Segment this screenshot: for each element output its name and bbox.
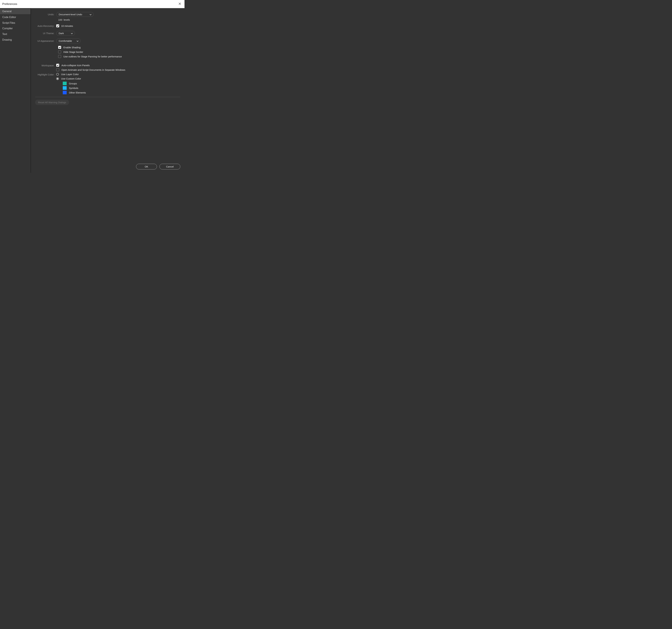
ui-theme-select[interactable]: Dark <box>56 31 75 36</box>
sidebar-item-label: Text <box>2 33 7 36</box>
content: Undo: Document-level Undo 100 levels Aut… <box>31 8 185 173</box>
use-outlines-label: Use outlines for Stage Panning for bette… <box>64 55 122 58</box>
hide-stage-border-checkbox[interactable] <box>58 50 61 53</box>
undo-label: Undo: <box>35 13 56 16</box>
cancel-label: Cancel <box>166 165 174 168</box>
ui-appearance-select[interactable]: Comfortable <box>56 39 81 43</box>
symbols-label: Symbols <box>69 87 78 89</box>
groups-label: Groups <box>69 82 77 85</box>
cancel-button[interactable]: Cancel <box>160 164 180 169</box>
titlebar: Preferences <box>0 0 185 8</box>
auto-collapse-checkbox[interactable] <box>56 64 59 67</box>
symbols-color-swatch[interactable] <box>63 86 67 90</box>
other-elements-color-swatch[interactable] <box>63 91 67 94</box>
sidebar-item-label: Code Editor <box>2 16 16 19</box>
groups-color-swatch[interactable] <box>63 81 67 85</box>
settings-area: Undo: Document-level Undo 100 levels Aut… <box>35 12 180 162</box>
other-elements-label: Other Elements <box>69 91 86 94</box>
ui-appearance-value: Comfortable <box>59 40 72 42</box>
use-layer-color-label: Use Layer Color <box>61 73 79 76</box>
sidebar-item-compiler[interactable]: Compiler <box>0 26 31 31</box>
use-custom-color-label: Use Custom Color <box>61 77 81 80</box>
chevron-down-icon <box>71 32 73 34</box>
separate-windows-label: Open Animate and Script Documents in Sep… <box>62 68 125 71</box>
use-custom-color-radio[interactable] <box>56 77 59 80</box>
window-title: Preferences <box>2 2 17 6</box>
sidebar-item-code-editor[interactable]: Code Editor <box>0 15 31 20</box>
chevron-down-icon <box>90 13 92 16</box>
undo-levels-value[interactable]: 100 <box>58 18 62 21</box>
reset-warnings-label: Reset All Warning Dialogs <box>38 101 66 104</box>
use-layer-color-radio[interactable] <box>56 73 59 76</box>
autorecovery-label: Auto-Recovery: <box>35 25 56 27</box>
main: General Code Editor Script Files Compile… <box>0 8 185 173</box>
sidebar-item-text[interactable]: Text <box>0 31 31 37</box>
enable-shading-checkbox[interactable] <box>58 46 61 49</box>
footer: OK Cancel <box>35 162 180 170</box>
autorecovery-value[interactable]: 10 minutes <box>61 25 73 27</box>
ui-appearance-label: UI Appearance: <box>35 40 56 42</box>
auto-collapse-label: Auto-collapse Icon Panels <box>62 64 90 67</box>
autorecovery-checkbox[interactable] <box>56 24 59 27</box>
sidebar-item-label: Drawing <box>2 38 12 41</box>
ui-theme-label: UI Theme: <box>35 32 56 34</box>
separate-windows-checkbox[interactable] <box>56 68 59 71</box>
reset-warnings-button[interactable]: Reset All Warning Dialogs <box>35 100 69 105</box>
use-outlines-checkbox[interactable] <box>58 55 61 58</box>
ui-theme-value: Dark <box>59 32 64 34</box>
sidebar-item-label: General <box>2 10 11 13</box>
ok-button[interactable]: OK <box>136 164 157 169</box>
enable-shading-label: Enable Shading <box>64 46 81 49</box>
sidebar: General Code Editor Script Files Compile… <box>0 8 31 173</box>
undo-select-value: Document-level Undo <box>59 13 82 16</box>
undo-select[interactable]: Document-level Undo <box>56 12 94 17</box>
sidebar-item-script-files[interactable]: Script Files <box>0 20 31 26</box>
sidebar-item-label: Compiler <box>2 27 13 30</box>
chevron-down-icon <box>76 40 78 42</box>
close-icon[interactable] <box>177 2 182 6</box>
hide-stage-border-label: Hide Stage border <box>64 51 83 53</box>
undo-levels-word: levels <box>64 18 70 21</box>
sidebar-item-general[interactable]: General <box>0 8 31 15</box>
sidebar-item-label: Script Files <box>2 21 15 24</box>
highlight-label: Highlight Color: <box>35 73 56 76</box>
ok-label: OK <box>145 165 148 168</box>
workspace-label: Workspace: <box>35 64 56 67</box>
sidebar-item-drawing[interactable]: Drawing <box>0 37 31 43</box>
